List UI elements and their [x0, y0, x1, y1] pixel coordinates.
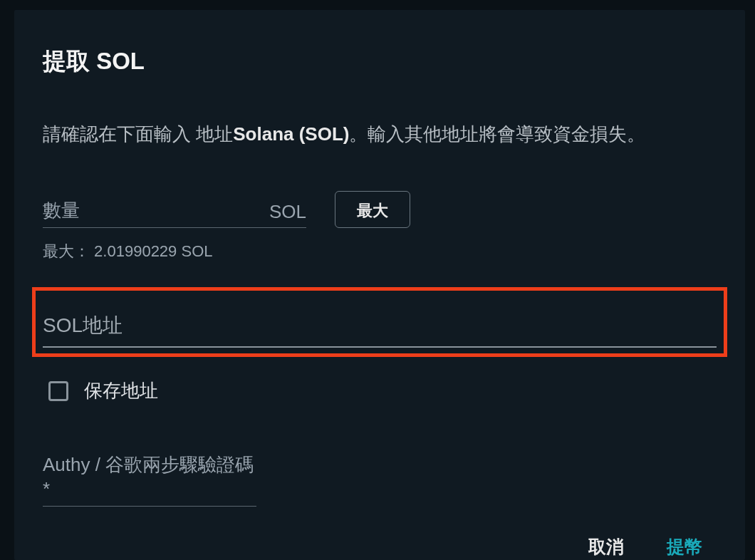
amount-label: 數量 — [43, 198, 269, 223]
address-highlight-box: SOL地址 — [32, 287, 727, 357]
amount-input[interactable]: 數量 SOL — [43, 198, 306, 228]
warning-prefix: 請確認在下面輸入 地址 — [43, 123, 233, 145]
withdraw-modal: 提取 SOL 請確認在下面輸入 地址Solana (SOL)。輸入其他地址將會導… — [14, 10, 745, 560]
twofa-label: Authy / 谷歌兩步驟驗證碼 * — [43, 453, 256, 502]
submit-button[interactable]: 提幣 — [667, 535, 702, 559]
amount-row: 數量 SOL 最大 — [43, 191, 717, 228]
warning-network-bold: Solana (SOL) — [233, 123, 349, 145]
max-info-text: 最大： 2.01990229 SOL — [43, 241, 717, 262]
address-input[interactable]: SOL地址 — [43, 312, 717, 348]
address-label: SOL地址 — [43, 314, 123, 336]
save-address-label: 保存地址 — [84, 378, 158, 403]
modal-title: 提取 SOL — [43, 46, 717, 78]
max-button[interactable]: 最大 — [335, 191, 410, 228]
warning-text: 請確認在下面輸入 地址Solana (SOL)。輸入其他地址將會導致資金損失。 — [43, 120, 717, 148]
save-address-row: 保存地址 — [43, 378, 717, 403]
save-address-checkbox[interactable] — [48, 381, 68, 401]
twofa-input[interactable]: Authy / 谷歌兩步驟驗證碼 * — [43, 453, 256, 507]
warning-suffix: 。輸入其他地址將會導致資金損失。 — [349, 123, 645, 145]
cancel-button[interactable]: 取消 — [588, 535, 624, 559]
modal-actions: 取消 提幣 — [43, 535, 717, 559]
amount-unit: SOL — [269, 201, 306, 223]
